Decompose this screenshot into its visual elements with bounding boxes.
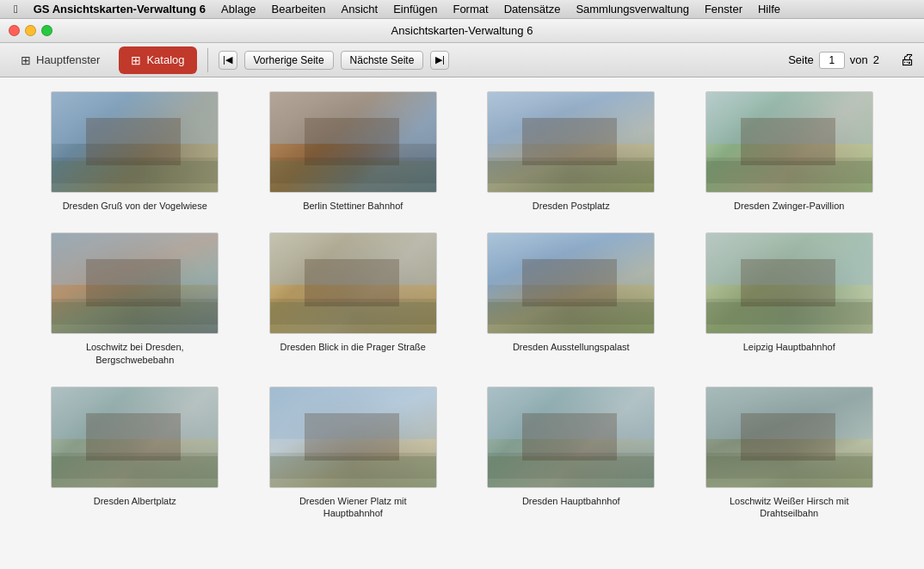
card-item-12[interactable]: Loschwitz Weißer Hirsch mit Drahtseilbah… — [689, 387, 890, 520]
card-image-3 — [487, 91, 655, 193]
ablage-menu[interactable]: Ablage — [214, 1, 262, 17]
svg-rect-8 — [522, 118, 617, 165]
svg-rect-14 — [86, 259, 181, 306]
card-item-1[interactable]: Dresden Gruß von der Vogelwiese — [34, 91, 236, 212]
hilfe-menu[interactable]: Hilfe — [751, 1, 787, 17]
next-page-button[interactable]: Nächste Seite — [341, 51, 424, 70]
card-label-4: Dresden Zwinger-Pavillion — [734, 200, 844, 212]
card-item-11[interactable]: Dresden Hauptbahnhof — [471, 387, 672, 520]
page-info: Seite von 2 — [788, 52, 879, 69]
card-image-10 — [269, 387, 437, 488]
card-grid: Dresden Gruß von der VogelwieseBerlin St… — [34, 91, 890, 519]
fenster-menu[interactable]: Fenster — [698, 1, 749, 17]
last-page-button[interactable]: ▶| — [430, 51, 449, 70]
minimize-button[interactable] — [25, 25, 36, 36]
card-image-1 — [51, 91, 219, 193]
svg-rect-10 — [706, 161, 872, 192]
svg-rect-19 — [488, 302, 654, 333]
total-pages: 2 — [873, 53, 879, 66]
card-label-2: Berlin Stettiner Bahnhof — [303, 200, 403, 212]
page-label: Seite — [788, 53, 814, 66]
card-image-7 — [487, 232, 655, 334]
card-image-6 — [269, 232, 437, 334]
card-image-9 — [51, 387, 219, 488]
app-name-menu[interactable]: GS Ansichtskarten-Verwaltung 6 — [27, 1, 213, 17]
card-label-11: Dresden Hauptbahnhof — [522, 495, 620, 507]
card-label-5: Loschwitz bei Dresden, Bergschwebebahn — [51, 341, 219, 366]
card-label-6: Dresden Blick in die Prager Straße — [280, 341, 426, 353]
bearbeiten-menu[interactable]: Bearbeiten — [265, 1, 333, 17]
svg-rect-20 — [522, 259, 617, 306]
apple-menu[interactable]:  — [7, 1, 25, 17]
card-image-5 — [51, 232, 219, 334]
card-image-4 — [705, 91, 873, 193]
card-label-9: Dresden Albertplatz — [94, 495, 176, 507]
svg-rect-2 — [86, 118, 181, 165]
card-item-8[interactable]: Leipzig Hauptbahnhof — [689, 232, 890, 366]
sammlungsverwaltung-menu[interactable]: Sammlungsverwaltung — [569, 1, 696, 17]
card-label-8: Leipzig Hauptbahnhof — [743, 341, 835, 353]
card-item-7[interactable]: Dresden Ausstellungspalast — [471, 232, 672, 366]
first-page-button[interactable]: |◀ — [219, 51, 237, 70]
card-image-8 — [705, 232, 873, 334]
katalog-icon: ⊞ — [131, 53, 141, 67]
svg-rect-34 — [706, 456, 872, 487]
card-image-11 — [487, 387, 655, 488]
hauptfenster-icon: ⊞ — [21, 53, 31, 67]
svg-rect-11 — [741, 118, 835, 165]
card-label-1: Dresden Gruß von der Vogelwiese — [63, 200, 207, 212]
separator-1 — [207, 48, 208, 72]
close-button[interactable] — [9, 25, 20, 36]
ansicht-menu[interactable]: Ansicht — [334, 1, 385, 17]
katalog-tab[interactable]: ⊞ Katalog — [119, 46, 196, 74]
svg-rect-29 — [305, 413, 399, 461]
svg-rect-31 — [488, 456, 654, 487]
hauptfenster-label: Hauptfenster — [36, 53, 100, 66]
card-label-12: Loschwitz Weißer Hirsch mit Drahtseilbah… — [705, 495, 873, 520]
titlebar: Ansichtskarten-Verwaltung 6 — [0, 19, 924, 43]
print-button[interactable]: 🖨 — [900, 51, 915, 69]
svg-rect-13 — [52, 302, 218, 333]
toolbar: ⊞ Hauptfenster ⊞ Katalog |◀ Vorherige Se… — [0, 43, 924, 77]
card-item-10[interactable]: Dresden Wiener Platz mit Hauptbahnhof — [253, 387, 454, 520]
prev-page-button[interactable]: Vorherige Seite — [244, 51, 334, 70]
svg-rect-35 — [741, 413, 835, 461]
format-menu[interactable]: Format — [446, 1, 495, 17]
svg-rect-7 — [488, 161, 654, 192]
card-item-3[interactable]: Dresden Postplatz — [471, 91, 672, 212]
svg-rect-5 — [305, 118, 399, 165]
einfuegen-menu[interactable]: Einfügen — [386, 1, 444, 17]
card-item-2[interactable]: Berlin Stettiner Bahnhof — [253, 91, 454, 212]
card-label-10: Dresden Wiener Platz mit Hauptbahnhof — [269, 495, 437, 520]
katalog-label: Katalog — [146, 53, 184, 66]
svg-rect-32 — [522, 413, 617, 461]
maximize-button[interactable] — [41, 25, 52, 36]
card-item-6[interactable]: Dresden Blick in die Prager Straße — [253, 232, 454, 366]
card-label-7: Dresden Ausstellungspalast — [513, 341, 630, 353]
menubar:  GS Ansichtskarten-Verwaltung 6 Ablage … — [0, 0, 924, 19]
svg-rect-28 — [270, 456, 436, 487]
card-item-5[interactable]: Loschwitz bei Dresden, Bergschwebebahn — [34, 232, 236, 366]
svg-rect-25 — [52, 456, 218, 487]
svg-rect-16 — [270, 302, 436, 333]
svg-rect-4 — [270, 161, 436, 192]
von-label: von — [850, 53, 868, 66]
window-title: Ansichtskarten-Verwaltung 6 — [391, 24, 533, 37]
svg-rect-17 — [305, 259, 399, 306]
card-image-12 — [705, 387, 873, 488]
card-item-9[interactable]: Dresden Albertplatz — [34, 387, 236, 520]
card-label-3: Dresden Postplatz — [533, 200, 610, 212]
window-controls — [9, 25, 52, 36]
main-content: Dresden Gruß von der VogelwieseBerlin St… — [0, 77, 924, 569]
card-item-4[interactable]: Dresden Zwinger-Pavillion — [689, 91, 890, 212]
datensaetze-menu[interactable]: Datensätze — [497, 1, 568, 17]
page-number-input[interactable] — [819, 52, 845, 69]
svg-rect-26 — [86, 413, 181, 461]
svg-rect-1 — [52, 161, 218, 192]
svg-rect-22 — [706, 302, 872, 333]
hauptfenster-tab[interactable]: ⊞ Hauptfenster — [9, 46, 112, 74]
card-image-2 — [269, 91, 437, 193]
svg-rect-23 — [741, 259, 835, 306]
